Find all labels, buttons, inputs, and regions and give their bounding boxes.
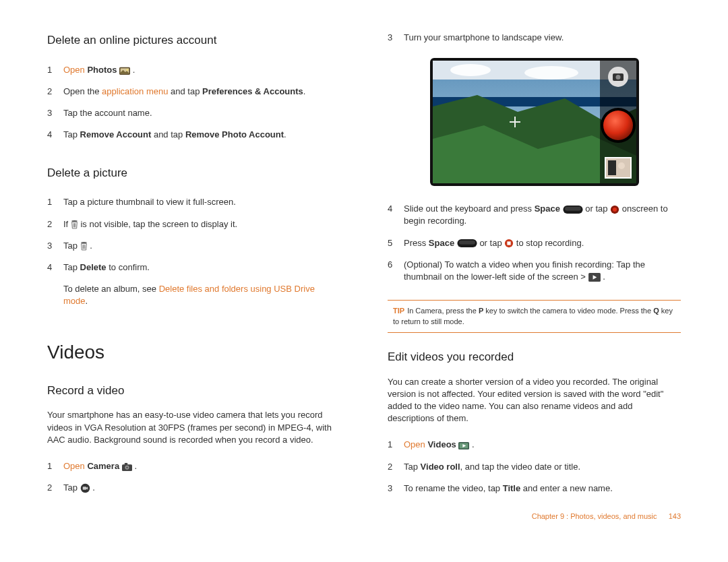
svg-point-27 [450, 64, 491, 76]
step-number: 3 [47, 102, 63, 124]
step-number: 1 [47, 456, 63, 477]
camera-icon [122, 463, 132, 471]
app-name: Camera [87, 461, 119, 471]
step-body: Press Space or tap to stop recording. [404, 232, 681, 254]
step-number: 3 [388, 27, 404, 49]
svg-point-28 [524, 66, 578, 80]
record-icon [610, 205, 619, 214]
step-body: Tap Remove Account and tap Remove Photo … [63, 124, 340, 146]
heading-edit-videos: Edit videos you recorded [388, 349, 681, 365]
step-body: Open the application menu and tap Prefer… [63, 81, 340, 102]
step-number: 4 [47, 124, 63, 146]
app-name: Videos [427, 439, 456, 449]
trash-icon [80, 242, 88, 251]
tip-box: TIPIn Camera, press the P key to switch … [388, 300, 681, 333]
step-number: 4 [388, 198, 404, 232]
tip-label: TIP [393, 307, 404, 315]
heading-record-video: Record a video [47, 383, 340, 399]
steps-record-continued-2: 4 Slide out the keyboard and press Space… [388, 198, 681, 288]
app-menu-link[interactable]: application menu [102, 86, 168, 96]
play-icon [588, 273, 601, 282]
space-key-icon [563, 206, 583, 214]
svg-point-34 [603, 111, 633, 140]
step-number: 3 [47, 235, 63, 257]
step-body: (Optional) To watch a video when you fin… [404, 254, 681, 288]
open-link[interactable]: Open [404, 439, 425, 449]
step-body: Open Photos . [63, 59, 340, 81]
right-column: 3 Turn your smartphone to landscape view… [388, 27, 681, 499]
page-number: 143 [669, 512, 681, 520]
svg-rect-36 [608, 160, 616, 175]
steps-edit-videos: 1 Open Videos . 2 Tap Video roll, and ta… [388, 434, 681, 499]
step-number: 2 [388, 456, 404, 478]
left-column: Delete an online pictures account 1 Open… [47, 27, 340, 499]
landscape-camera-ui [430, 58, 639, 186]
step-body: Slide out the keyboard and press Space o… [404, 198, 681, 232]
step-body: Tap . [63, 235, 340, 257]
steps-record-video: 1 Open Camera . 2 Tap . [47, 456, 340, 499]
steps-record-continued: 3 Turn your smartphone to landscape view… [388, 27, 681, 49]
step-body: If is not visible, tap the screen to dis… [63, 214, 340, 235]
step-number: 2 [47, 214, 63, 235]
photos-icon [119, 66, 130, 75]
step-number: 5 [388, 232, 404, 254]
step-body: Turn your smartphone to landscape view. [404, 27, 681, 49]
step-body: Tap . [63, 477, 340, 499]
delete-album-note: To delete an album, see Delete files and… [47, 278, 340, 312]
step-body: Open Videos . [404, 434, 681, 456]
step-number: 4 [47, 257, 63, 278]
svg-point-37 [618, 162, 625, 169]
stop-icon [504, 239, 514, 248]
chapter-label: Chapter 9 : Photos, videos, and music [532, 512, 657, 520]
step-number: 2 [47, 477, 63, 499]
svg-point-32 [615, 75, 620, 80]
step-number: 6 [388, 254, 404, 288]
heading-delete-account: Delete an online pictures account [47, 32, 340, 49]
step-body: Tap the account name. [63, 102, 340, 124]
heading-delete-picture: Delete a picture [47, 165, 340, 181]
edit-intro: You can create a shorter version of a vi… [388, 376, 681, 425]
step-number: 1 [47, 191, 63, 213]
app-name: Photos [87, 65, 117, 75]
step-number: 1 [388, 434, 404, 456]
camera-screenshot [430, 58, 639, 186]
open-link[interactable]: Open [63, 65, 85, 75]
page-footer: Chapter 9 : Photos, videos, and music 14… [0, 512, 728, 520]
videos-icon [458, 441, 469, 450]
steps-delete-account: 1 Open Photos . 2 Open the application m… [47, 59, 340, 146]
space-key-icon [457, 239, 477, 247]
step-number: 1 [47, 59, 63, 81]
trash-icon [71, 220, 78, 229]
step-body: Tap a picture thumbnail to view it full-… [63, 191, 340, 213]
step-body: Tap Delete to confirm. [63, 257, 340, 278]
step-body: To rename the video, tap Title and enter… [404, 478, 681, 499]
video-switch-icon [80, 483, 90, 493]
step-body: Open Camera . [63, 456, 340, 477]
open-link[interactable]: Open [63, 461, 85, 471]
step-number: 3 [388, 478, 404, 499]
steps-delete-picture: 1 Tap a picture thumbnail to view it ful… [47, 191, 340, 278]
step-number: 2 [47, 81, 63, 102]
step-body: Tap Video roll, and tap the video date o… [404, 456, 681, 478]
record-intro: Your smartphone has an easy-to-use video… [47, 409, 340, 446]
heading-videos: Videos [47, 339, 340, 365]
